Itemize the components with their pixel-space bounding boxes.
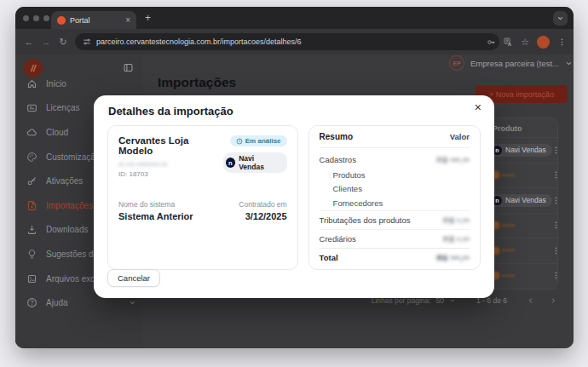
- browser-window: Portal × + ← → ↻ parceiro.cervantestecno…: [15, 7, 574, 348]
- row-menu-kebab-icon[interactable]: [551, 271, 561, 280]
- tab-title: Portal: [70, 16, 121, 25]
- account-name: Empresa parceira (test...: [470, 59, 559, 68]
- page-prev-icon[interactable]: [527, 297, 534, 304]
- row-menu-kebab-icon[interactable]: [551, 146, 561, 155]
- translate-icon[interactable]: [504, 37, 513, 47]
- status-badge: Em análise: [230, 135, 287, 146]
- window-controls: [23, 15, 49, 21]
- modal-title: Detalhes da importação: [108, 105, 233, 118]
- summary-row: Produtos: [320, 168, 470, 182]
- masked-product-pill: ••••: [492, 221, 516, 230]
- home-icon: [26, 78, 37, 89]
- account-chevron-down-icon: [565, 60, 573, 67]
- summary-card: Resumo Valor CadastrosR$ •••,••ProdutosC…: [308, 125, 481, 270]
- app-viewport: // InícioLicençasCloudCustomização PDVAt…: [15, 54, 574, 348]
- summary-row: TotalR$ •••,••: [320, 248, 470, 267]
- summary-row-value-redacted: R$ •,••: [443, 215, 470, 225]
- summary-row: Fornecedores: [320, 196, 470, 210]
- lightbulb-icon: [26, 249, 37, 260]
- browser-tab[interactable]: Portal ×: [51, 11, 136, 29]
- files-icon: [26, 273, 37, 284]
- tab-strip: Portal × +: [15, 7, 574, 29]
- summary-value-header: Valor: [450, 132, 470, 141]
- summary-row-label: Clientes: [333, 184, 362, 193]
- minimize-window-button[interactable]: [33, 15, 39, 21]
- row-menu-kebab-icon[interactable]: [551, 221, 561, 230]
- bookmark-star-icon[interactable]: ☆: [521, 37, 529, 47]
- navi-logo-icon: n: [226, 158, 236, 168]
- summary-row: CrediáriosR$ •,••: [320, 229, 470, 248]
- summary-row: Clientes: [320, 182, 470, 197]
- summary-row: CadastrosR$ •••,••: [320, 151, 470, 168]
- page-next-icon[interactable]: [550, 297, 556, 304]
- summary-row-value-redacted: R$ •,••: [443, 234, 470, 244]
- sidebar-item-label: Ajuda: [46, 298, 68, 307]
- passwords-key-icon[interactable]: [487, 37, 496, 47]
- system-label: Nome do sistema: [118, 200, 193, 209]
- masked-product-pill: ••••: [492, 171, 516, 180]
- cloud-icon: [26, 127, 37, 138]
- sidebar-item-label: Início: [46, 79, 66, 89]
- chevron-down-icon: [129, 299, 136, 307]
- summary-row: Tributações dos produtosR$ •,••: [320, 210, 470, 229]
- palette-icon: [26, 152, 37, 163]
- summary-row-value-redacted: R$ •••,••: [436, 155, 470, 164]
- contracted-label: Contratado em: [239, 200, 286, 209]
- summary-row-label: Cadastros: [320, 155, 356, 164]
- modal-close-icon[interactable]: ×: [475, 100, 481, 114]
- summary-row-label: Tributações dos produtos: [320, 215, 411, 225]
- summary-row-label: Produtos: [333, 170, 366, 180]
- sidebar-item-label: Cloud: [46, 128, 68, 137]
- system-value: Sistema Anterior: [118, 211, 193, 221]
- masked-product-pill: ••••: [492, 246, 516, 255]
- import-details-modal: Detalhes da importação × Cervantes Loja …: [94, 95, 494, 298]
- summary-row-label: Total: [320, 253, 338, 262]
- reload-icon[interactable]: ↻: [55, 37, 72, 48]
- address-bar[interactable]: parceiro.cervantestecnologia.com.br/impo…: [75, 33, 499, 50]
- summary-row-label: Crediários: [320, 234, 356, 244]
- browser-profile-avatar[interactable]: [537, 36, 550, 49]
- company-id: ID: 18703: [118, 170, 223, 178]
- company-card: Cervantes Loja Modelo ••.•••.•••/••••-••…: [107, 125, 298, 270]
- summary-header: Resumo: [320, 132, 353, 141]
- close-window-button[interactable]: [23, 15, 29, 21]
- tab-search-chevron-icon[interactable]: [553, 11, 568, 26]
- download-icon: [26, 224, 37, 235]
- row-menu-kebab-icon[interactable]: [551, 246, 561, 255]
- product-pill: nNavi Vendas: [490, 144, 552, 157]
- sidebar-item-label: Importações: [46, 201, 93, 210]
- company-document-redacted: ••.•••.•••/••••-••: [118, 160, 223, 168]
- summary-row-value-redacted: R$ •••,••: [436, 253, 470, 262]
- sidebar-item-label: Downloads: [46, 225, 88, 234]
- product-pill: nNavi Vendas: [490, 194, 552, 207]
- license-icon: [26, 102, 37, 113]
- site-favicon-icon: [57, 16, 66, 25]
- zoom-window-button[interactable]: [43, 15, 49, 21]
- site-info-icon[interactable]: [83, 37, 91, 46]
- sidebar-item-label: Ativações: [46, 176, 83, 186]
- masked-product-pill: ••••: [492, 272, 516, 280]
- tab-close-icon[interactable]: ×: [125, 16, 130, 25]
- sidebar-item-label: Licenças: [46, 103, 79, 112]
- company-name: Cervantes Loja Modelo: [118, 135, 223, 156]
- account-switcher[interactable]: EP Empresa parceira (test...: [449, 55, 573, 71]
- rows-per-page-chevron-icon[interactable]: [449, 297, 456, 304]
- new-tab-button[interactable]: +: [145, 12, 151, 24]
- contracted-value: 3/12/2025: [245, 211, 287, 221]
- import-icon: [26, 200, 37, 211]
- row-menu-kebab-icon[interactable]: [551, 170, 561, 180]
- back-icon[interactable]: ←: [20, 37, 37, 47]
- summary-row-label: Fornecedores: [333, 198, 383, 208]
- cancel-button[interactable]: Cancelar: [107, 269, 160, 287]
- sidebar-item-inicio[interactable]: Início: [15, 72, 143, 96]
- product-badge: n Navi Vendas: [223, 152, 287, 173]
- column-header-produto: Produto: [493, 124, 522, 133]
- clock-icon: [236, 138, 243, 145]
- row-menu-kebab-icon[interactable]: [551, 196, 561, 205]
- help-icon: [26, 297, 37, 308]
- forward-icon[interactable]: →: [37, 37, 55, 47]
- browser-menu-kebab-icon[interactable]: [557, 37, 567, 47]
- key-icon: [26, 175, 37, 186]
- url-text[interactable]: parceiro.cervantestecnologia.com.br/impo…: [96, 37, 302, 46]
- account-avatar: EP: [449, 55, 464, 71]
